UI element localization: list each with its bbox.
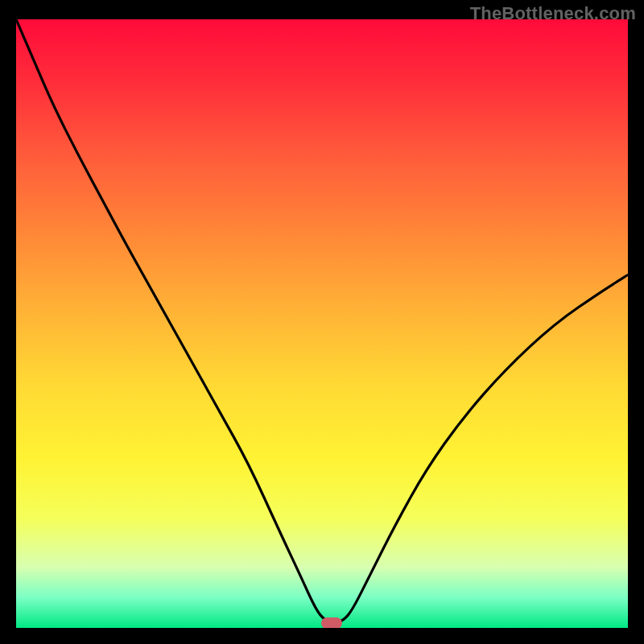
plot-area bbox=[16, 19, 628, 628]
bottleneck-curve bbox=[16, 19, 628, 628]
minimum-marker bbox=[321, 617, 342, 628]
watermark-label: TheBottleneck.com bbox=[470, 3, 636, 24]
chart-frame: TheBottleneck.com bbox=[0, 0, 644, 644]
